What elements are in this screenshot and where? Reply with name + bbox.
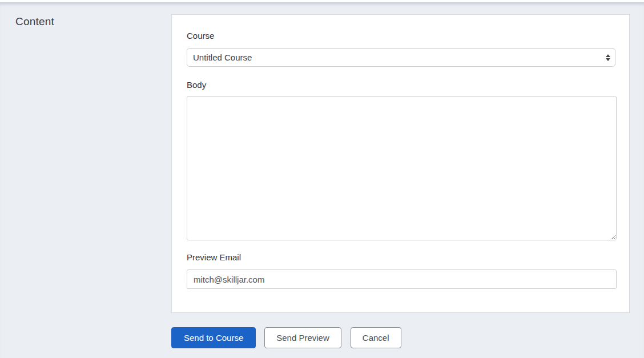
course-label: Course bbox=[187, 31, 214, 41]
page: Content Course Untitled Course Body Prev… bbox=[0, 0, 644, 358]
section-title: Content bbox=[15, 15, 54, 28]
send-preview-button[interactable]: Send Preview bbox=[264, 327, 341, 348]
content-form-card: Course Untitled Course Body Preview Emai… bbox=[171, 14, 630, 313]
send-to-course-button[interactable]: Send to Course bbox=[171, 327, 256, 348]
preview-email-label: Preview Email bbox=[187, 252, 241, 262]
preview-email-input[interactable] bbox=[187, 269, 617, 289]
form-actions: Send to Course Send Preview Cancel bbox=[171, 327, 401, 348]
body-textarea[interactable] bbox=[187, 96, 617, 240]
body-label: Body bbox=[187, 80, 206, 90]
cancel-button[interactable]: Cancel bbox=[351, 327, 401, 348]
course-select-wrap: Untitled Course bbox=[187, 48, 615, 67]
course-select[interactable]: Untitled Course bbox=[187, 48, 615, 67]
